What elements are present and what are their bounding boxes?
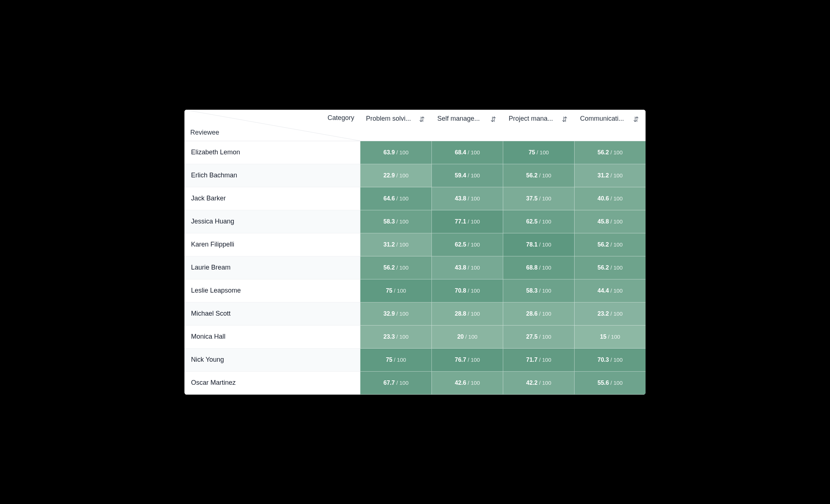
score-cell[interactable]: 76.7/ 100 — [431, 349, 503, 372]
score-cell[interactable]: 55.6/ 100 — [574, 372, 646, 395]
score-denominator: / 100 — [539, 172, 551, 178]
reviewee-name-cell[interactable]: Erlich Bachman — [184, 164, 360, 187]
score-denominator: / 100 — [468, 311, 480, 317]
score-denominator: / 100 — [396, 241, 408, 248]
score-cell[interactable]: 37.5/ 100 — [503, 187, 574, 210]
score-cell[interactable]: 40.6/ 100 — [574, 187, 646, 210]
reviewee-name-cell[interactable]: Oscar Martinez — [184, 372, 360, 395]
sort-icon[interactable] — [632, 116, 640, 123]
score-value: 32.9 — [384, 311, 395, 317]
score-value: 23.3 — [384, 334, 395, 340]
reviewee-name-cell[interactable]: Elizabeth Lemon — [184, 141, 360, 164]
score-cell[interactable]: 23.2/ 100 — [574, 302, 646, 326]
score-denominator: / 100 — [610, 357, 622, 363]
score-value: 43.8 — [455, 264, 466, 271]
score-cell[interactable]: 31.2/ 100 — [574, 164, 646, 187]
score-cell[interactable]: 68.4/ 100 — [431, 141, 503, 164]
score-value: 78.1 — [526, 241, 538, 248]
sort-icon[interactable] — [490, 116, 497, 123]
reviewee-name: Karen Filippelli — [191, 241, 234, 248]
score-denominator: / 100 — [539, 195, 551, 202]
score-denominator: / 100 — [539, 218, 551, 225]
score-cell[interactable]: 70.8/ 100 — [431, 279, 503, 302]
score-cell[interactable]: 68.8/ 100 — [503, 256, 574, 279]
score-cell[interactable]: 44.4/ 100 — [574, 279, 646, 302]
score-cell[interactable]: 28.8/ 100 — [431, 302, 503, 326]
reviewee-name-cell[interactable]: Jessica Huang — [184, 210, 360, 233]
score-cell[interactable]: 56.2/ 100 — [503, 164, 574, 187]
sort-icon[interactable] — [418, 116, 426, 123]
score-cell[interactable]: 58.3/ 100 — [503, 279, 574, 302]
score-cell[interactable]: 70.3/ 100 — [574, 349, 646, 372]
column-header[interactable]: Problem solvi... — [360, 110, 431, 141]
column-header[interactable]: Project mana... — [503, 110, 574, 141]
score-cell[interactable]: 56.2/ 100 — [574, 141, 646, 164]
score-cell[interactable]: 42.6/ 100 — [431, 372, 503, 395]
score-cell[interactable]: 62.5/ 100 — [503, 210, 574, 233]
score-value: 64.6 — [384, 195, 395, 202]
score-cell[interactable]: 78.1/ 100 — [503, 233, 574, 256]
score-cell[interactable]: 31.2/ 100 — [360, 233, 431, 256]
score-value: 76.7 — [455, 357, 466, 363]
score-cell[interactable]: 43.8/ 100 — [431, 187, 503, 210]
reviewee-name-cell[interactable]: Nick Young — [184, 349, 360, 372]
score-cell[interactable]: 59.4/ 100 — [431, 164, 503, 187]
reviewee-name-cell[interactable]: Karen Filippelli — [184, 233, 360, 256]
score-value: 20 — [457, 334, 464, 340]
score-denominator: / 100 — [468, 149, 480, 155]
score-cell[interactable]: 64.6/ 100 — [360, 187, 431, 210]
score-cell[interactable]: 15/ 100 — [574, 326, 646, 349]
score-denominator: / 100 — [468, 357, 480, 363]
reviewee-name-cell[interactable]: Michael Scott — [184, 302, 360, 326]
score-cell[interactable]: 27.5/ 100 — [503, 326, 574, 349]
score-cell[interactable]: 28.6/ 100 — [503, 302, 574, 326]
reviewee-name: Elizabeth Lemon — [191, 148, 240, 156]
score-value: 23.2 — [598, 311, 609, 317]
reviewee-name: Laurie Bream — [191, 264, 231, 271]
score-value: 22.9 — [384, 172, 395, 179]
score-value: 40.6 — [598, 195, 609, 202]
score-cell[interactable]: 75/ 100 — [360, 349, 431, 372]
column-header[interactable]: Self manage... — [431, 110, 503, 141]
column-header[interactable]: Communicati... — [574, 110, 646, 141]
score-cell[interactable]: 56.2/ 100 — [574, 233, 646, 256]
score-cell[interactable]: 77.1/ 100 — [431, 210, 503, 233]
reviewee-name-cell[interactable]: Jack Barker — [184, 187, 360, 210]
reviewee-axis-label: Reviewee — [190, 129, 219, 136]
score-cell[interactable]: 75/ 100 — [503, 141, 574, 164]
score-denominator: / 100 — [539, 380, 551, 386]
score-cell[interactable]: 23.3/ 100 — [360, 326, 431, 349]
score-cell[interactable]: 67.7/ 100 — [360, 372, 431, 395]
score-cell[interactable]: 71.7/ 100 — [503, 349, 574, 372]
score-cell[interactable]: 58.3/ 100 — [360, 210, 431, 233]
score-value: 27.5 — [526, 334, 538, 340]
score-cell[interactable]: 56.2/ 100 — [360, 256, 431, 279]
score-denominator: / 100 — [610, 380, 622, 386]
score-cell[interactable]: 32.9/ 100 — [360, 302, 431, 326]
score-cell[interactable]: 56.2/ 100 — [574, 256, 646, 279]
reviewee-name-cell[interactable]: Laurie Bream — [184, 256, 360, 279]
score-value: 63.9 — [384, 149, 395, 156]
score-denominator: / 100 — [468, 241, 480, 248]
score-matrix-card: Category Reviewee Problem solvi...Self m… — [184, 110, 646, 395]
reviewee-name-cell[interactable]: Monica Hall — [184, 326, 360, 349]
score-cell[interactable]: 20/ 100 — [431, 326, 503, 349]
score-cell[interactable]: 62.5/ 100 — [431, 233, 503, 256]
score-cell[interactable]: 75/ 100 — [360, 279, 431, 302]
score-denominator: / 100 — [396, 311, 408, 317]
score-value: 68.8 — [526, 264, 538, 271]
score-cell[interactable]: 63.9/ 100 — [360, 141, 431, 164]
score-cell[interactable]: 45.8/ 100 — [574, 210, 646, 233]
score-value: 59.4 — [455, 172, 466, 179]
score-cell[interactable]: 22.9/ 100 — [360, 164, 431, 187]
score-value: 28.6 — [526, 311, 538, 317]
sort-icon[interactable] — [561, 116, 568, 123]
score-cell[interactable]: 43.8/ 100 — [431, 256, 503, 279]
reviewee-name: Michael Scott — [191, 310, 231, 317]
reviewee-name-cell[interactable]: Leslie Leapsome — [184, 279, 360, 302]
score-denominator: / 100 — [610, 287, 622, 294]
score-value: 68.4 — [455, 149, 466, 156]
score-denominator: / 100 — [468, 195, 480, 202]
score-value: 56.2 — [598, 149, 609, 156]
score-cell[interactable]: 42.2/ 100 — [503, 372, 574, 395]
